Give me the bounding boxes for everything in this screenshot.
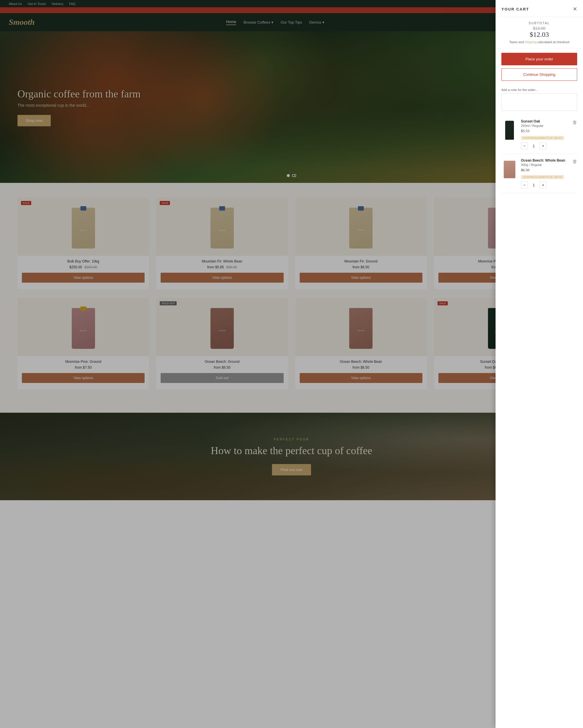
cart-note: Add a note for the seller... xyxy=(496,85,583,115)
cart-item-name-2: Ocean Beech: Whole Bean xyxy=(521,158,569,162)
cart-panel: YOUR CART ✕ SUBTOTAL $13.00 $12.03 Taxes… xyxy=(496,0,583,500)
cart-header: YOUR CART ✕ xyxy=(496,0,583,17)
cart-item-2: Ocean Beech: Whole Bean 300g / Regular $… xyxy=(501,154,577,193)
cart-actions: Place your order Continue Shopping xyxy=(496,48,583,85)
qty-minus-1[interactable]: − xyxy=(521,142,528,149)
subtotal-current: $12.03 xyxy=(501,31,577,38)
cart-item-name-1: Sunset Oak xyxy=(521,119,569,123)
cart-item-info-1: Sunset Oak 250ml / Regular $5.53 1SOFFBA… xyxy=(521,119,569,149)
cart-items: Sunset Oak 250ml / Regular $5.53 1SOFFBA… xyxy=(496,115,583,193)
place-order-button[interactable]: Place your order xyxy=(501,53,577,65)
qty-value-1: 1 xyxy=(531,144,537,148)
cart-item-delete-1[interactable]: 🗑 xyxy=(573,120,577,125)
note-label: Add a note for the seller... xyxy=(501,88,577,92)
cart-item-bottle-1 xyxy=(505,121,514,140)
cart-item-bag-2 xyxy=(504,161,516,178)
cart-item-variant-1: 250ml / Regular xyxy=(521,124,569,127)
cart-item-price-2: $6.50 xyxy=(521,168,569,172)
cart-discount-badge-1: 1SOFFBAGANDBOTTLE (-$0.97) xyxy=(521,136,564,140)
cart-item-variant-2: 300g / Regular xyxy=(521,163,569,166)
subtotal-original: $13.00 xyxy=(501,26,577,31)
cart-item-qty-2: − 1 + xyxy=(521,181,569,188)
subtotal-label: SUBTOTAL xyxy=(501,21,577,25)
cart-item-info-2: Ocean Beech: Whole Bean 300g / Regular $… xyxy=(521,158,569,188)
cart-item-1: Sunset Oak 250ml / Regular $5.53 1SOFFBA… xyxy=(501,115,577,154)
qty-plus-1[interactable]: + xyxy=(539,142,547,149)
cart-item-price-1: $5.53 xyxy=(521,129,569,133)
note-textarea[interactable] xyxy=(501,93,577,111)
cart-item-image-2 xyxy=(501,158,518,180)
qty-plus-2[interactable]: + xyxy=(539,181,547,188)
cart-item-delete-2[interactable]: 🗑 xyxy=(573,159,577,164)
cart-item-qty-1: − 1 + xyxy=(521,142,569,149)
cart-close-button[interactable]: ✕ xyxy=(573,6,577,12)
continue-shopping-button[interactable]: Continue Shopping xyxy=(501,68,577,81)
shipping-link[interactable]: shipping xyxy=(525,40,537,44)
qty-value-2: 1 xyxy=(531,183,537,187)
cart-item-image-1 xyxy=(501,119,518,141)
cart-subtotal: SUBTOTAL $13.00 $12.03 Taxes and shippin… xyxy=(496,17,583,48)
cart-title: YOUR CART xyxy=(501,7,529,11)
qty-minus-2[interactable]: − xyxy=(521,181,528,188)
subtotal-taxes: Taxes and shipping calculated at checkou… xyxy=(501,40,577,44)
cart-discount-badge-2: 1SOFFBAGANDBOTTLE (-$0.00) xyxy=(521,175,564,179)
